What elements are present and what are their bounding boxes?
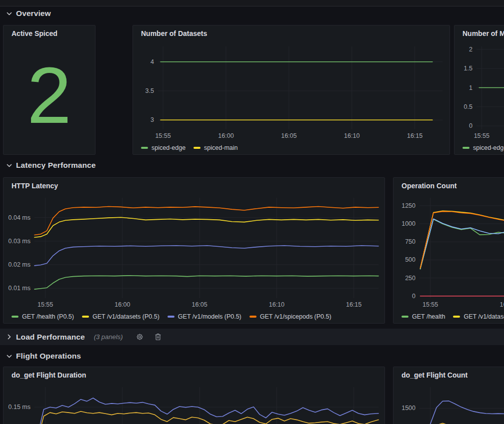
legend-label: GET /health (P0.5) — [22, 313, 74, 320]
timeseries-chart[interactable]: 0.04 ms0.03 ms0.02 ms0.01 ms15:5516:0016… — [4, 193, 384, 310]
stat-value: 2 — [4, 36, 95, 154]
legend-swatch — [453, 316, 460, 318]
legend-item[interactable]: GET /v1/models (P0.5) — [168, 313, 242, 320]
grafana-dashboard: Overview Active Spiced 2 Number of Datas… — [0, 0, 504, 424]
panel-flight-count: do_get Flight Count 1500 — [393, 367, 504, 424]
chart-canvas[interactable]: 1500 — [394, 382, 504, 424]
chart-canvas[interactable]: 43.5315:5516:0016:0516:1016:15 — [133, 40, 450, 141]
timeseries-chart[interactable]: 0.15 ms — [4, 382, 384, 424]
series-line[interactable] — [420, 211, 504, 268]
legend-swatch — [194, 147, 200, 149]
series-line[interactable] — [34, 207, 378, 235]
legend-swatch — [250, 316, 256, 318]
legend-label: spiced-edge — [473, 144, 504, 151]
chevron-down-icon — [6, 12, 12, 15]
legend-label: spiced-edge — [152, 144, 186, 151]
y-tick-label: 2 — [469, 46, 472, 53]
y-tick-label: 250 — [405, 275, 416, 282]
y-tick-label: 3 — [150, 116, 154, 123]
series-line[interactable] — [34, 246, 378, 266]
timeseries-chart[interactable]: 43.5315:5516:0016:0516:1016:15 — [133, 40, 450, 141]
legend-swatch — [168, 316, 174, 318]
legend-item[interactable]: GET /v1/datasets — [453, 313, 504, 320]
legend-item[interactable]: GET /health (P0.5) — [12, 313, 74, 320]
x-tick-label: 15:55 — [38, 301, 53, 308]
panel-title[interactable]: HTTP Latency — [4, 178, 384, 193]
panel-title[interactable]: Operation Count — [394, 178, 504, 193]
legend-label: GET /v1/datasets (P0.5) — [92, 313, 160, 320]
legend-item[interactable]: GET /v1/spicepods (P0.5) — [250, 313, 332, 320]
section-title-overview: Overview — [16, 9, 51, 18]
series-line[interactable] — [424, 401, 504, 424]
y-tick-label: 1 — [469, 84, 472, 91]
y-tick-label: 0.04 ms — [8, 214, 30, 221]
y-tick-label: 1.5 — [464, 65, 472, 72]
section-flight-toggle[interactable]: Flight Operations — [6, 350, 81, 362]
series-line[interactable] — [420, 219, 504, 269]
y-tick-label: 0.01 ms — [8, 285, 30, 292]
panel-flight-duration: do_get Flight Duration 0.15 ms — [3, 367, 385, 424]
legend-label: GET /v1/datasets — [464, 313, 504, 320]
top-toolbar-edge — [0, 0, 504, 6]
timeseries-chart[interactable]: 21.510.5015:55 — [454, 40, 504, 141]
x-tick-label: 16:00 — [218, 132, 234, 139]
y-tick-label: 0.15 ms — [8, 404, 30, 411]
x-tick-label: 16:00 — [500, 301, 504, 308]
legend-label: GET /v1/spicepods (P0.5) — [260, 313, 332, 320]
panel-active-spiced: Active Spiced 2 — [3, 25, 96, 155]
chart-legend: spiced-edgespiced-main — [133, 141, 450, 154]
y-tick-label: 0.03 ms — [8, 238, 30, 245]
legend-label: GET /health — [412, 313, 445, 320]
series-line[interactable] — [34, 412, 378, 424]
section-load-performance-toggle[interactable]: Load Performance (3 panels) — [0, 329, 504, 345]
chart-canvas[interactable]: 21.510.5015:55 — [454, 40, 504, 141]
x-tick-label: 16:00 — [114, 301, 130, 308]
chart-legend: GET /healthGET /v1/datasetsGET /v1/model… — [394, 310, 504, 323]
legend-swatch — [141, 147, 148, 149]
x-tick-label: 15:55 — [422, 301, 438, 308]
chevron-down-icon — [6, 355, 12, 358]
legend-label: GET /v1/models (P0.5) — [178, 313, 242, 320]
y-tick-label: 1000 — [402, 220, 416, 227]
chart-legend: spiced-edge — [454, 141, 504, 154]
trash-icon — [154, 333, 162, 341]
legend-label: spiced-main — [204, 144, 238, 151]
x-tick-label: 16:15 — [407, 132, 422, 139]
panel-title[interactable]: Number of Models — [454, 25, 504, 40]
timeseries-chart[interactable]: 1500 — [394, 382, 504, 424]
series-line[interactable] — [34, 276, 378, 289]
panel-title[interactable]: Number of Datasets — [133, 25, 450, 40]
x-tick-label: 16:05 — [281, 132, 296, 139]
series-line[interactable] — [34, 217, 378, 237]
legend-item[interactable]: spiced-main — [194, 144, 238, 151]
legend-item[interactable]: spiced-edge — [462, 144, 504, 151]
legend-swatch — [462, 147, 470, 149]
legend-item[interactable]: GET /health — [402, 313, 445, 320]
chart-legend: GET /health (P0.5)GET /v1/datasets (P0.5… — [4, 310, 384, 323]
gear-icon — [136, 333, 144, 341]
x-tick-label: 15:55 — [155, 132, 170, 139]
y-tick-label: 0 — [469, 122, 472, 129]
series-line[interactable] — [420, 219, 504, 269]
panel-title[interactable]: do_get Flight Count — [394, 367, 504, 382]
chart-canvas[interactable]: 12501000750500250015:5516:00 — [394, 193, 504, 310]
row-settings-button[interactable] — [136, 333, 144, 341]
section-latency-toggle[interactable]: Latency Performance — [6, 159, 96, 171]
panel-title[interactable]: do_get Flight Duration — [4, 367, 384, 382]
panel-number-of-models: Number of Models 21.510.5015:55 spiced-e… — [454, 25, 504, 155]
legend-item[interactable]: spiced-edge — [141, 144, 186, 151]
timeseries-chart[interactable]: 12501000750500250015:5516:00 — [394, 193, 504, 310]
y-tick-label: 0 — [412, 293, 416, 300]
row-delete-button[interactable] — [154, 333, 162, 341]
x-tick-label: 16:05 — [192, 301, 207, 308]
x-tick-label: 16:10 — [344, 132, 360, 139]
section-overview-toggle[interactable]: Overview — [6, 7, 51, 19]
y-tick-label: 1250 — [402, 202, 416, 209]
y-tick-label: 500 — [405, 256, 416, 263]
chart-canvas[interactable]: 0.15 ms — [4, 382, 384, 424]
series-line[interactable] — [34, 398, 378, 424]
chart-canvas[interactable]: 0.04 ms0.03 ms0.02 ms0.01 ms15:5516:0016… — [4, 193, 384, 310]
legend-swatch — [82, 316, 89, 318]
panel-operation-count: Operation Count 12501000750500250015:551… — [393, 177, 504, 324]
legend-item[interactable]: GET /v1/datasets (P0.5) — [82, 313, 160, 320]
